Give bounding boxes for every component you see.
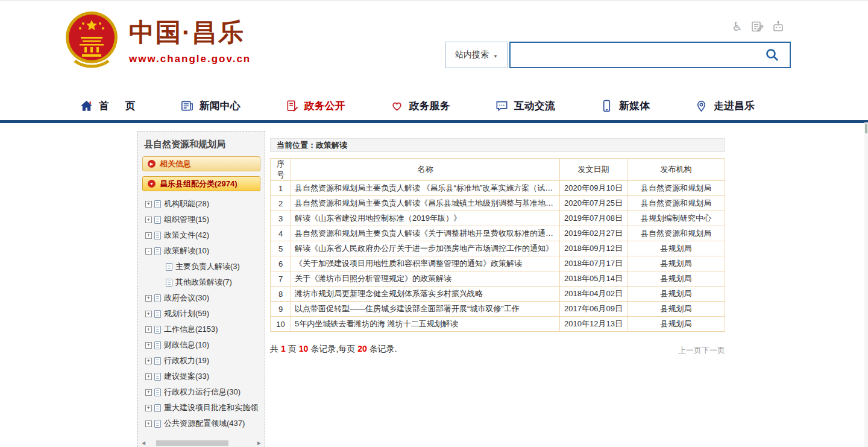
tree-item-other-interpretation[interactable]: 其他政策解读(7) [145,274,265,290]
nav-item-news[interactable]: 新闻中心 [180,99,241,113]
prev-page-link[interactable]: 上一页 [678,346,702,355]
document-icon [154,232,161,239]
tree-item-leader-interpretation[interactable]: 主要负责人解读(3) [145,259,265,274]
tree-label: 政府会议(30) [164,293,209,303]
row-date: 2018年09月12日 [560,241,627,256]
article-link[interactable]: 县自然资源和规划局主要负责人解读《昌乐县城镇土地级别调整与基准地价更新... [295,198,560,208]
nav-item-services[interactable]: 政务服务 [390,99,450,113]
scroll-right-icon[interactable] [257,440,261,446]
category-group-label: 昌乐县组配分类(2974) [160,179,237,189]
article-link[interactable]: 潍坊市规划局更新理念健全规划体系落实乡村振兴战略 [295,289,483,298]
nav-item-visit-changle[interactable]: 走进昌乐 [694,99,755,113]
expand-icon[interactable] [145,420,152,427]
row-num: 4 [271,226,291,241]
tree-label: 工作信息(2153) [164,324,218,335]
article-link[interactable]: 以点带面促转型——住房城乡建设部全面部署开展“城市双修”工作 [295,304,520,313]
related-info-button[interactable]: 相关信息 [142,156,260,171]
row-num: 9 [271,302,291,317]
search-button[interactable] [755,43,790,67]
expand-icon[interactable] [145,232,152,239]
document-icon [154,310,161,318]
article-link[interactable]: 县自然资源和规划局主要负责人解读《关于调整耕地开垦费收取标准的通知》 [295,229,560,238]
row-date: 2017年06月09日 [560,302,627,317]
nav-label: 首 页 [99,99,136,113]
table-row: 3 解读《山东省建设用地控制标准（2019年版）》 2019年07月08日 县规… [271,211,725,226]
tree-label: 机构职能(28) [164,198,209,209]
tree-item-public-resources[interactable]: 公共资源配置领域(437) [145,416,265,431]
article-link[interactable]: 解读《山东省建设用地控制标准（2019年版）》 [295,214,461,223]
row-org: 县自然资源和规划局 [627,226,725,241]
nav-item-new-media[interactable]: 新媒体 [600,99,650,113]
row-org: 县规划编制研究中心 [627,211,725,226]
tree-item-planning[interactable]: 规划计划(59) [145,306,265,322]
tree-item-admin-power-operation[interactable]: 行政权力运行信息(30) [145,384,265,400]
document-icon [154,404,161,412]
tree-item-major-projects[interactable]: 重大建设项目批准和实施领 [145,400,265,416]
article-link[interactable]: 关于《潍坊市日照分析管理规定》的政策解读 [295,274,451,283]
article-link[interactable]: 5年内坐城铁去看潍坊的海 潍坊十二五规划解读 [295,319,458,328]
article-link[interactable]: 县自然资源和规划局主要负责人解读 《昌乐县“标准地”改革实施方案（试行）》 [295,183,560,192]
collapse-icon[interactable] [145,248,152,255]
next-page-link[interactable]: 下一页 [702,346,725,355]
row-org: 县规划局 [627,241,725,256]
expand-icon[interactable] [145,389,152,396]
scrollbar-thumb[interactable] [156,440,228,446]
row-date: 2010年12月13日 [560,317,627,332]
per-page-count: 20 [357,344,367,353]
nav-label: 新媒体 [619,99,650,113]
search-scope-select[interactable]: 站内搜索 [445,42,508,68]
related-info-label: 相关信息 [160,159,191,170]
expand-icon[interactable] [145,326,152,333]
row-date: 2018年04月02日 [560,287,627,302]
nav-label: 政务服务 [409,99,450,113]
expand-icon[interactable] [145,311,152,317]
category-group-button[interactable]: 昌乐县组配分类(2974) [142,176,260,191]
gov-open-icon [285,99,299,113]
play-circle-icon [148,160,156,168]
edit-note-icon[interactable] [750,20,764,33]
site-url: www.changle.gov.cn [129,53,251,65]
pager-text: 共 [270,344,278,353]
article-link[interactable]: 《关于加强建设项目用地性质和容积率调整管理的通知》政策解读 [295,259,522,268]
expand-icon[interactable] [145,358,152,364]
expand-icon[interactable] [145,217,152,223]
tree-item-org-functions[interactable]: 机构职能(28) [145,196,265,212]
row-num: 3 [271,211,291,226]
nav-item-interaction[interactable]: 互动交流 [495,99,555,113]
tree-item-work-info[interactable]: 工作信息(2153) [145,322,265,337]
document-icon [154,388,161,396]
table-row: 4 县自然资源和规划局主要负责人解读《关于调整耕地开垦费收取标准的通知》 201… [271,226,725,241]
table-row: 10 5年内坐城铁去看潍坊的海 潍坊十二五规划解读 2010年12月13日 县规… [271,317,725,332]
tree-item-admin-power[interactable]: 行政权力(19) [145,353,265,369]
tree-item-suggestions[interactable]: 建议提案(33) [145,369,265,384]
expand-icon[interactable] [145,201,152,208]
site-logo[interactable]: 中国·昌乐 www.changle.gov.cn [64,10,251,71]
expand-icon[interactable] [145,405,152,411]
expand-icon[interactable] [145,295,152,302]
tree-item-fiscal-info[interactable]: 财政信息(10) [145,337,265,353]
tree-item-org-management[interactable]: 组织管理(15) [145,212,265,227]
sidebar: 县自然资源和规划局 相关信息 昌乐县组配分类(2974) 机构职能(28) 组织… [137,131,265,447]
tree-item-policy-documents[interactable]: 政策文件(42) [145,227,265,243]
tree-item-gov-meetings[interactable]: 政府会议(30) [145,290,265,306]
table-row: 5 解读《山东省人民政府办公厅关于进一步加强房地产市场调控工作的通知》 2018… [271,241,725,256]
search-input[interactable] [511,43,755,67]
scroll-left-icon[interactable] [142,440,145,446]
page-vertical-scrollbar[interactable] [864,122,868,447]
tree-label: 行政权力运行信息(30) [164,387,241,398]
nav-item-home[interactable]: 首 页 [80,99,136,113]
accessibility-icon[interactable] [732,21,743,33]
scrollbar-thumb[interactable] [865,124,867,133]
row-num: 10 [271,317,291,332]
robot-icon[interactable] [772,20,785,33]
sidebar-horizontal-scrollbar[interactable] [140,440,262,446]
expand-icon[interactable] [145,373,152,380]
nav-item-gov-open[interactable]: 政务公开 [285,99,345,113]
news-icon [180,99,194,113]
tree-item-policy-interpretation[interactable]: 政策解读(10) [145,243,265,259]
nav-label: 新闻中心 [200,99,241,113]
row-org: 县自然资源和规划局 [627,196,725,211]
expand-icon[interactable] [145,342,152,349]
article-link[interactable]: 解读《山东省人民政府办公厅关于进一步加强房地产市场调控工作的通知》 [295,244,553,253]
nav-label: 互动交流 [514,99,555,113]
